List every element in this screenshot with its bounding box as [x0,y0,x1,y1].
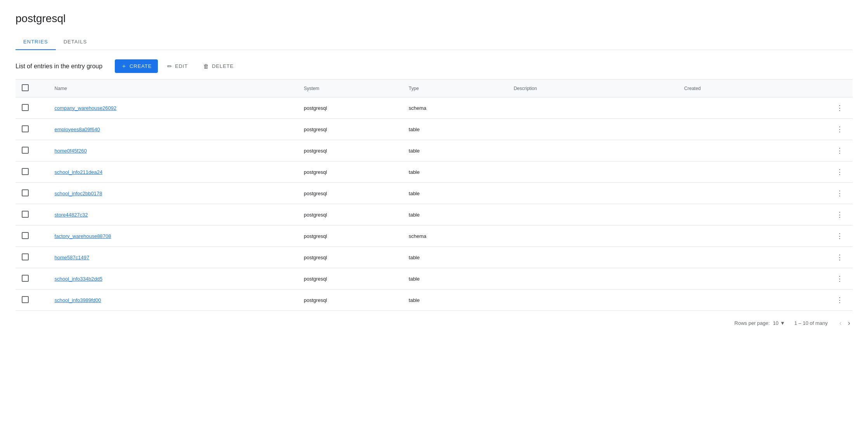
row-system-cell: postgresql [297,183,403,204]
entry-link-5[interactable]: store44827c32 [55,212,88,218]
page-title: postgresql [16,12,852,25]
rows-per-page-select[interactable]: 10 ▼ [773,320,785,326]
row-type-cell: schema [403,97,508,119]
tab-details[interactable]: DETAILS [56,34,95,50]
row-type-cell: table [403,204,508,225]
delete-button[interactable]: 🗑 DELETE [197,60,240,73]
edit-button[interactable]: ✏ EDIT [161,60,194,73]
row-description-cell [507,161,678,183]
tab-entries[interactable]: ENTRIES [16,34,56,50]
row-type-cell: table [403,268,508,290]
row-system-cell: postgresql [297,268,403,290]
row-name-cell: home0f45f260 [48,140,298,161]
row-type-cell: schema [403,225,508,247]
page-info: 1 – 10 of many [794,320,828,326]
row-system-cell: postgresql [297,161,403,183]
more-actions-button-8[interactable]: ⋮ [833,274,846,284]
row-system-cell: postgresql [297,97,403,119]
row-name-cell: company_warehouse26092 [48,97,298,119]
more-actions-button-2[interactable]: ⋮ [833,146,846,156]
row-checkbox-5[interactable] [22,211,29,218]
row-name-cell: school_info334b2dd5 [48,268,298,290]
create-button[interactable]: ＋ CREATE [115,59,158,73]
rows-per-page-label: Rows per page: [735,320,770,326]
select-all-checkbox[interactable] [22,84,29,91]
row-checkbox-3[interactable] [22,168,29,175]
more-actions-button-6[interactable]: ⋮ [833,231,846,241]
row-actions-cell: ⋮ [809,268,852,290]
row-description-cell [507,140,678,161]
row-description-cell [507,268,678,290]
row-name-cell: school_info3989fd00 [48,290,298,311]
row-checkbox-4[interactable] [22,189,29,196]
row-system-cell: postgresql [297,290,403,311]
row-checkbox-7[interactable] [22,253,29,260]
row-checkbox-cell [16,140,48,161]
row-checkbox-8[interactable] [22,275,29,282]
more-actions-button-9[interactable]: ⋮ [833,295,846,305]
entry-link-9[interactable]: school_info3989fd00 [55,297,101,303]
row-description-cell [507,225,678,247]
more-actions-button-0[interactable]: ⋮ [833,103,846,113]
row-system-cell: postgresql [297,247,403,268]
row-checkbox-1[interactable] [22,125,29,132]
entry-link-1[interactable]: employees8a09f640 [55,127,100,132]
row-checkbox-2[interactable] [22,147,29,154]
row-created-cell [678,161,809,183]
row-type-cell: table [403,161,508,183]
row-description-cell [507,119,678,140]
row-checkbox-cell [16,204,48,225]
more-actions-button-5[interactable]: ⋮ [833,210,846,220]
table-row: store44827c32 postgresql table ⋮ [16,204,852,225]
entry-link-8[interactable]: school_info334b2dd5 [55,276,103,282]
row-created-cell [678,204,809,225]
entry-link-7[interactable]: home587c1497 [55,255,90,260]
row-actions-cell: ⋮ [809,97,852,119]
next-page-button[interactable]: › [846,317,852,329]
row-system-cell: postgresql [297,225,403,247]
row-created-cell [678,183,809,204]
row-actions-cell: ⋮ [809,119,852,140]
more-actions-button-3[interactable]: ⋮ [833,167,846,177]
row-created-cell [678,268,809,290]
tabs-container: ENTRIES DETAILS [16,34,852,50]
plus-icon: ＋ [121,62,127,70]
row-checkbox-6[interactable] [22,232,29,239]
entries-table: Name System Type Description Created com… [16,79,852,311]
row-system-cell: postgresql [297,140,403,161]
prev-page-button[interactable]: ‹ [837,317,844,329]
row-actions-cell: ⋮ [809,247,852,268]
toolbar-title: List of entries in the entry group [16,63,102,70]
row-type-cell: table [403,290,508,311]
toolbar: List of entries in the entry group ＋ CRE… [16,59,852,73]
header-name: Name [48,80,298,97]
entry-link-3[interactable]: school_info211dea24 [55,169,103,175]
pencil-icon: ✏ [167,63,173,70]
header-system: System [297,80,403,97]
more-actions-button-4[interactable]: ⋮ [833,188,846,198]
row-checkbox-cell [16,268,48,290]
row-description-cell [507,204,678,225]
header-type: Type [403,80,508,97]
entry-link-0[interactable]: company_warehouse26092 [55,105,117,111]
row-name-cell: school_infoc2bb0178 [48,183,298,204]
header-checkbox [16,80,48,97]
entry-link-2[interactable]: home0f45f260 [55,148,87,154]
more-actions-button-1[interactable]: ⋮ [833,124,846,134]
row-description-cell [507,247,678,268]
row-checkbox-cell [16,97,48,119]
entry-link-6[interactable]: factory_warehouse88708 [55,233,111,239]
row-created-cell [678,290,809,311]
row-checkbox-0[interactable] [22,104,29,111]
page-container: postgresql ENTRIES DETAILS List of entri… [0,0,868,347]
row-description-cell [507,97,678,119]
row-checkbox-9[interactable] [22,296,29,303]
entry-link-4[interactable]: school_infoc2bb0178 [55,191,102,196]
row-system-cell: postgresql [297,119,403,140]
table-row: school_info3989fd00 postgresql table ⋮ [16,290,852,311]
create-label: CREATE [130,63,152,69]
table-row: factory_warehouse88708 postgresql schema… [16,225,852,247]
delete-label: DELETE [212,63,233,69]
row-name-cell: home587c1497 [48,247,298,268]
more-actions-button-7[interactable]: ⋮ [833,252,846,262]
